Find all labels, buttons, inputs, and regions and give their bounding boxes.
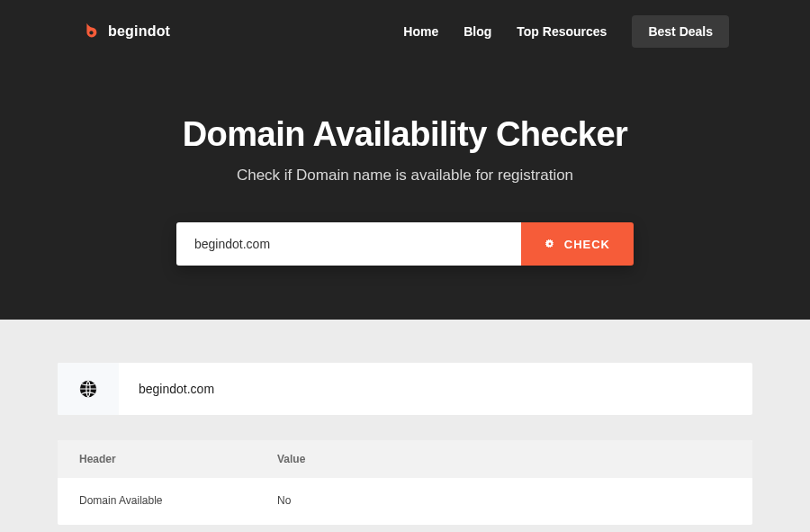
check-button-label: CHECK xyxy=(564,238,610,251)
result-domain-name: begindot.com xyxy=(119,363,752,415)
nav-link-blog[interactable]: Blog xyxy=(464,24,491,39)
best-deals-button[interactable]: Best Deals xyxy=(632,15,729,48)
domain-icon-cell xyxy=(58,363,119,415)
svg-point-0 xyxy=(89,31,93,34)
domain-search-form: CHECK xyxy=(176,222,634,266)
table-header-col2: Value xyxy=(277,453,731,465)
hero-inner: Domain Availability Checker Check if Dom… xyxy=(0,50,810,320)
brand[interactable]: begindot xyxy=(81,22,170,41)
results-section: begindot.com Header Value Domain Availab… xyxy=(0,320,810,532)
nav-right: Home Blog Top Resources Best Deals xyxy=(403,15,729,48)
brand-name: begindot xyxy=(108,23,170,40)
result-table: Header Value Domain Available No xyxy=(58,440,752,525)
table-cell-header: Domain Available xyxy=(79,494,277,507)
table-row: Domain Available No xyxy=(58,478,752,525)
check-button[interactable]: CHECK xyxy=(521,222,634,266)
page-subtitle: Check if Domain name is available for re… xyxy=(0,167,810,185)
table-header-row: Header Value xyxy=(58,440,752,478)
page-title: Domain Availability Checker xyxy=(0,115,810,154)
domain-input[interactable] xyxy=(176,222,521,266)
table-cell-value: No xyxy=(277,494,731,507)
nav-link-home[interactable]: Home xyxy=(403,24,438,39)
result-domain-row: begindot.com xyxy=(58,363,752,415)
top-nav: begindot Home Blog Top Resources Best De… xyxy=(0,0,810,50)
gear-icon xyxy=(544,239,555,249)
globe-icon xyxy=(78,379,98,399)
nav-link-top-resources[interactable]: Top Resources xyxy=(517,24,607,39)
hero-section: begindot Home Blog Top Resources Best De… xyxy=(0,0,810,320)
brand-logo-icon xyxy=(81,22,101,41)
table-header-col1: Header xyxy=(79,453,277,465)
